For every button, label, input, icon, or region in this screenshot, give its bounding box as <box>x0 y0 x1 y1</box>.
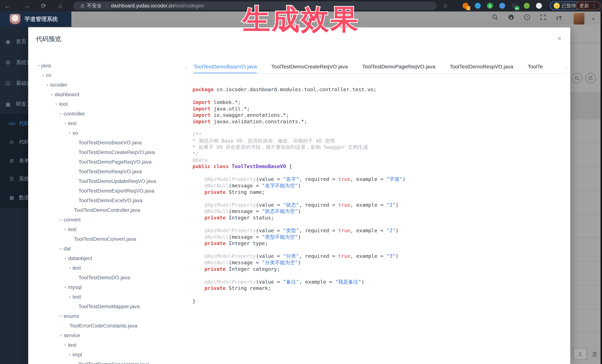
tree-file[interactable]: ToolTestDemoExportReqVO.java <box>36 186 186 196</box>
ext-green-leaf-icon[interactable] <box>523 2 530 10</box>
address-bar[interactable]: ⚠ 不安全 | dashboard.yudao.iocoder.cn /tool… <box>73 1 437 10</box>
tree-folder[interactable]: ▾cn <box>36 70 186 80</box>
caret-down-icon[interactable]: ▾ <box>64 285 68 290</box>
caret-down-icon[interactable]: ▾ <box>47 83 50 87</box>
user-menu-caret-icon[interactable]: ▾ <box>592 16 595 21</box>
browser-scrollbar[interactable] <box>601 11 602 364</box>
sidebar-subitem-3[interactable]: ☰系统接口 <box>0 173 28 184</box>
tree-file[interactable]: ToolErrorCodeConstants.java <box>36 321 186 331</box>
tree-folder[interactable]: ▾iocoder <box>36 80 186 90</box>
github-icon[interactable] <box>507 14 515 22</box>
tree-file[interactable]: ToolTestDemoRespVO.java <box>36 167 186 177</box>
code-line <box>193 125 405 131</box>
caret-down-icon[interactable]: ▾ <box>60 112 64 116</box>
tabs-scroll-right-icon[interactable]: › <box>565 64 567 70</box>
tab-3[interactable]: ToolTestDemoRespVO.java <box>450 64 513 73</box>
caret-down-icon[interactable]: ▾ <box>64 343 68 347</box>
caret-down-icon[interactable]: ▾ <box>38 63 41 68</box>
font-size-icon[interactable]: тT <box>555 15 563 21</box>
tree-folder[interactable]: ▾test <box>36 292 186 302</box>
user-avatar[interactable] <box>574 13 584 25</box>
tree-folder[interactable]: ▾java <box>36 61 186 70</box>
caret-down-icon[interactable]: ▾ <box>60 314 64 318</box>
help-icon[interactable]: ? <box>523 14 531 22</box>
caret-down-icon[interactable]: ▾ <box>69 295 73 299</box>
ext-blue-gem-icon[interactable] <box>474 2 482 10</box>
tree-file[interactable]: ToolTestDemoExcelVO.java <box>36 196 186 205</box>
tree-file[interactable]: ToolTestDemoConvert.java <box>36 234 186 244</box>
code-viewer: package cn.iocoder.dashboard.modules.too… <box>193 86 405 304</box>
tree-folder[interactable]: ▾enums <box>36 311 186 321</box>
tab-0[interactable]: ToolTestDemoBaseVO.java <box>194 64 257 73</box>
tab-4[interactable]: ToolTe <box>528 64 543 73</box>
tree-folder[interactable]: ▾test <box>36 225 186 234</box>
ext-orange-ring-icon[interactable]: 1 <box>462 2 469 10</box>
tree-folder[interactable]: ▾tool <box>36 99 186 109</box>
caret-down-icon[interactable]: ▾ <box>60 247 64 251</box>
caret-down-icon[interactable]: ▾ <box>42 73 46 77</box>
paused-extension-button[interactable]: ☺ 已暂停 <box>550 1 580 10</box>
search-icon[interactable] <box>491 14 499 22</box>
extension-tray: 1yon <box>462 0 543 11</box>
table-refresh-button[interactable] <box>585 73 596 83</box>
browser-back-icon[interactable]: ← <box>1 0 14 11</box>
sidebar-item-3[interactable]: ▣研发工具 <box>0 98 28 110</box>
tree-folder[interactable]: ▾vo <box>36 128 186 138</box>
caret-down-icon[interactable]: ▾ <box>60 218 64 222</box>
tab-1[interactable]: ToolTestDemoCreateReqVO.java <box>271 64 348 73</box>
ext-dark-on-icon[interactable]: on <box>511 2 518 10</box>
ext-puzzle-icon[interactable] <box>535 2 543 10</box>
tabs-scroll-left-icon[interactable]: ‹ <box>185 64 187 70</box>
tree-folder[interactable]: ▾test <box>36 263 186 273</box>
caret-down-icon[interactable]: ▾ <box>69 353 73 357</box>
tree-folder[interactable]: ▾service <box>36 331 186 340</box>
browser-forward-icon[interactable]: → <box>20 0 33 11</box>
tree-file[interactable]: ToolTestDemoController.java <box>36 205 186 215</box>
tree-folder[interactable]: ▾controller <box>36 109 186 119</box>
browser-update-button[interactable]: 更新 ⋮ <box>576 1 601 10</box>
tab-2[interactable]: ToolTestDemoPageReqVO.java <box>362 64 435 73</box>
ext-blue-tiles-icon[interactable] <box>498 2 506 10</box>
sidebar-subitem-4[interactable]: ▦数据库文档 <box>0 192 28 203</box>
bookmark-star-icon[interactable]: ☆ <box>439 0 452 11</box>
sidebar-subitem-0[interactable]: </>代码生成 <box>0 118 28 129</box>
tree-folder[interactable]: ▾test <box>36 340 186 350</box>
pagination-page-input[interactable]: 1 <box>573 348 587 360</box>
close-icon[interactable]: × <box>558 35 561 42</box>
tree-file[interactable]: ToolTestDemoUpdateReqVO.java <box>36 177 186 186</box>
caret-down-icon[interactable]: ▾ <box>51 93 55 97</box>
caret-down-icon[interactable]: ▾ <box>69 266 73 270</box>
sidebar-subitem-1[interactable]: ◎代码示例 <box>0 136 28 147</box>
tree-file[interactable]: ToolTestDemoServiceImpl.java <box>36 360 186 364</box>
sidebar-item-1[interactable]: ⚙系统管理 <box>0 57 28 68</box>
tree-folder[interactable]: ▾test <box>36 119 186 128</box>
tree-folder[interactable]: ▾mysql <box>36 282 186 292</box>
caret-down-icon[interactable]: ▾ <box>60 333 64 338</box>
tree-file[interactable]: ToolTestDemoPageReqVO.java <box>36 157 186 167</box>
sidebar-subitem-2[interactable]: ⊞表单构建 <box>0 155 28 166</box>
tree-folder[interactable]: ▾convert <box>36 215 186 225</box>
sidebar-item-2[interactable]: ⊡基础设施 <box>0 77 28 89</box>
caret-down-icon[interactable]: ▾ <box>64 121 68 126</box>
tree-folder[interactable]: ▾dataobject <box>36 254 186 263</box>
tree-folder[interactable]: ▾dal <box>36 244 186 254</box>
sidebar-item-home[interactable]: ◉首页 <box>0 36 28 47</box>
fullscreen-icon[interactable] <box>539 14 547 22</box>
caret-down-icon[interactable]: ▾ <box>64 256 68 260</box>
browser-reload-icon[interactable]: ⟳ <box>37 0 50 11</box>
tree-folder[interactable]: ▾impl <box>36 350 186 360</box>
tree-file[interactable]: ToolTestDemoMapper.java <box>36 302 186 311</box>
caret-down-icon[interactable]: ▾ <box>55 102 59 106</box>
tree-file[interactable]: ToolTestDemoBaseVO.java <box>36 138 186 147</box>
tree-file[interactable]: ToolTestDemoDO.java <box>36 273 186 282</box>
caret-down-icon[interactable]: ▾ <box>64 227 68 232</box>
code-line: package cn.iocoder.dashboard.modules.too… <box>193 86 405 93</box>
table-search-button[interactable] <box>572 73 582 83</box>
browser-menu-kebab-icon[interactable]: ⋮ <box>591 3 597 9</box>
browser-home-icon[interactable]: ⌂ <box>54 0 67 11</box>
tree-file[interactable]: ToolTestDemoCreateReqVO.java <box>36 147 186 157</box>
ext-green-y-icon[interactable]: y <box>486 2 494 10</box>
caret-down-icon[interactable]: ▾ <box>69 131 73 135</box>
tree-node-label: impl <box>73 352 82 358</box>
tree-folder[interactable]: ▾dashboard <box>36 90 186 99</box>
